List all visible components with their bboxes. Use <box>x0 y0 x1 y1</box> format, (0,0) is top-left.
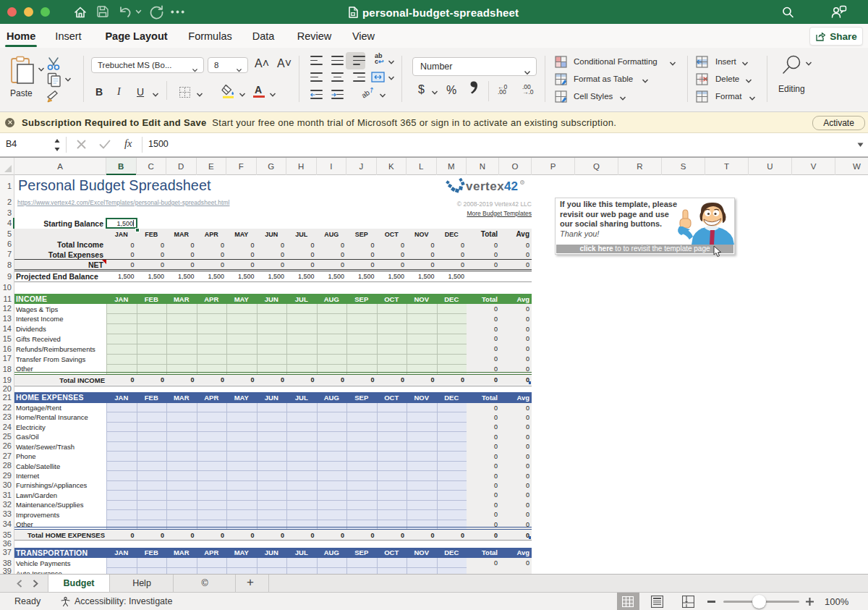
svg-text:vertex: vertex <box>466 179 504 192</box>
svg-text:42: 42 <box>504 179 518 192</box>
